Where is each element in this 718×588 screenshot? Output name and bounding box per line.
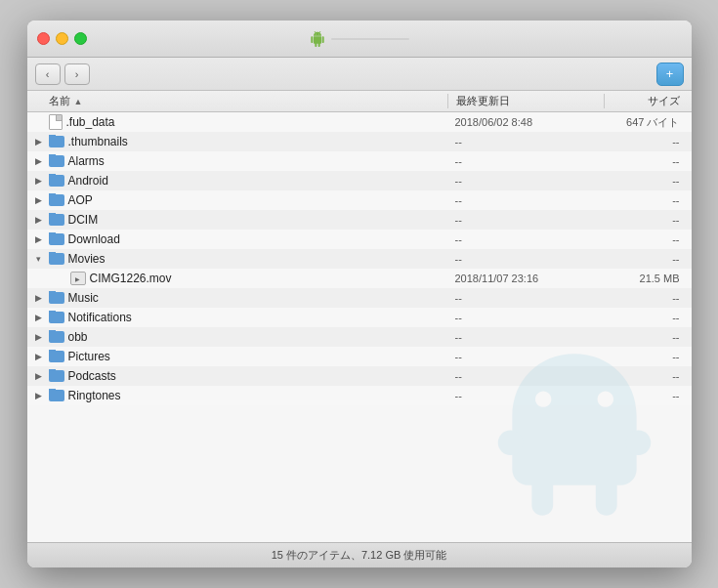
new-folder-button[interactable]: +: [656, 63, 684, 86]
disclosure-icon: ▶: [33, 155, 45, 167]
file-date: --: [447, 331, 604, 343]
file-date: --: [447, 214, 604, 226]
file-size: --: [604, 370, 692, 382]
titlebar-title: [331, 38, 409, 40]
file-date: --: [447, 253, 604, 265]
file-size: --: [604, 351, 692, 362]
folder-icon: [49, 155, 64, 167]
col-size-header[interactable]: サイズ: [604, 94, 692, 108]
table-row[interactable]: ▶Notifications----: [27, 308, 692, 327]
file-size: --: [604, 312, 692, 323]
folder-icon: [49, 214, 64, 226]
folder-icon: [49, 136, 64, 147]
toolbar: ‹ › +: [27, 58, 692, 91]
file-name: Alarms: [68, 154, 105, 168]
column-headers: 名前 ▲ 最終更新日 サイズ: [27, 91, 692, 112]
maximize-button[interactable]: [74, 32, 87, 45]
file-date: --: [447, 390, 604, 401]
disclosure-icon: ▶: [33, 233, 45, 245]
statusbar-text: 15 件のアイテム、7.12 GB 使用可能: [272, 548, 447, 563]
file-list[interactable]: .fub_data2018/06/02 8:48647 バイト▶.thumbna…: [27, 112, 692, 542]
file-date: 2018/06/02 8:48: [447, 116, 604, 128]
titlebar-center: [310, 31, 409, 47]
table-row[interactable]: CIMG1226.mov2018/11/07 23:1621.5 MB: [27, 269, 692, 288]
col-name-header[interactable]: 名前 ▲: [27, 94, 447, 108]
file-name: Pictures: [68, 350, 110, 363]
disclosure-icon: ▶: [33, 370, 45, 382]
folder-icon: [49, 370, 64, 382]
table-row[interactable]: ▶Podcasts----: [27, 366, 692, 386]
disclosure-icon: [55, 273, 66, 284]
file-name: AOP: [68, 193, 93, 207]
table-row[interactable]: ▶obb----: [27, 327, 692, 347]
file-size: --: [604, 175, 692, 187]
table-row[interactable]: ▶Android----: [27, 171, 692, 190]
traffic-lights: [37, 32, 87, 45]
table-row[interactable]: .fub_data2018/06/02 8:48647 バイト: [27, 112, 692, 132]
disclosure-icon: [33, 116, 45, 128]
file-icon: [49, 114, 63, 130]
file-date: --: [447, 136, 604, 147]
minimize-button[interactable]: [56, 32, 68, 45]
file-size: --: [604, 331, 692, 343]
file-size: --: [604, 292, 692, 304]
close-button[interactable]: [37, 32, 50, 45]
disclosure-icon: ▶: [33, 214, 45, 226]
back-button[interactable]: ‹: [35, 63, 61, 85]
disclosure-icon: ▶: [33, 175, 45, 187]
table-row[interactable]: ▶Ringtones----: [27, 386, 692, 405]
table-row[interactable]: ▶Alarms----: [27, 151, 692, 171]
file-date: --: [447, 351, 604, 362]
disclosure-icon: ▶: [33, 194, 45, 206]
file-name: Notifications: [68, 311, 132, 324]
disclosure-icon: ▾: [33, 253, 45, 265]
col-name-label: 名前: [49, 94, 70, 108]
col-date-header[interactable]: 最終更新日: [447, 94, 604, 108]
file-name: Android: [68, 174, 108, 188]
folder-icon: [49, 292, 64, 304]
table-row[interactable]: ▶Download----: [27, 230, 692, 249]
disclosure-icon: ▶: [33, 312, 45, 323]
table-row[interactable]: ▶DCIM----: [27, 210, 692, 230]
file-size: --: [604, 194, 692, 206]
file-size: --: [604, 390, 692, 401]
file-size: --: [604, 233, 692, 245]
file-name: obb: [68, 330, 88, 344]
disclosure-icon: ▶: [33, 136, 45, 147]
video-file-icon: [70, 272, 86, 285]
file-name: DCIM: [68, 213, 99, 227]
file-name: CIMG1226.mov: [90, 272, 172, 285]
file-size: 21.5 MB: [604, 273, 692, 284]
table-row[interactable]: ▶Pictures----: [27, 347, 692, 366]
disclosure-icon: ▶: [33, 331, 45, 343]
file-name: Ringtones: [68, 389, 121, 402]
disclosure-icon: ▶: [33, 390, 45, 401]
table-row[interactable]: ▶Music----: [27, 288, 692, 308]
file-date: --: [447, 292, 604, 304]
file-name: .fub_data: [66, 115, 115, 129]
file-name: Podcasts: [68, 369, 116, 383]
file-size: 647 バイト: [604, 115, 692, 130]
file-size: --: [604, 214, 692, 226]
folder-icon: [49, 351, 64, 362]
file-size: --: [604, 136, 692, 147]
file-date: --: [447, 370, 604, 382]
forward-button[interactable]: ›: [64, 63, 90, 85]
folder-icon: [49, 390, 64, 401]
folder-icon: [49, 331, 64, 343]
finder-window: ‹ › + 名前 ▲ 最終更新日 サイズ .fub_data2018/06/02…: [27, 21, 692, 567]
file-size: --: [604, 253, 692, 265]
svg-point-0: [497, 430, 522, 454]
table-row[interactable]: ▾Movies----: [27, 249, 692, 269]
file-date: --: [447, 194, 604, 206]
table-row[interactable]: ▶AOP----: [27, 190, 692, 210]
folder-icon: [49, 233, 64, 245]
table-row[interactable]: ▶.thumbnails----: [27, 132, 692, 151]
file-name: Music: [68, 291, 99, 305]
android-icon: [310, 31, 325, 47]
file-name: .thumbnails: [68, 135, 128, 148]
file-date: --: [447, 155, 604, 167]
file-date: --: [447, 312, 604, 323]
file-date: --: [447, 175, 604, 187]
svg-point-1: [625, 430, 650, 454]
